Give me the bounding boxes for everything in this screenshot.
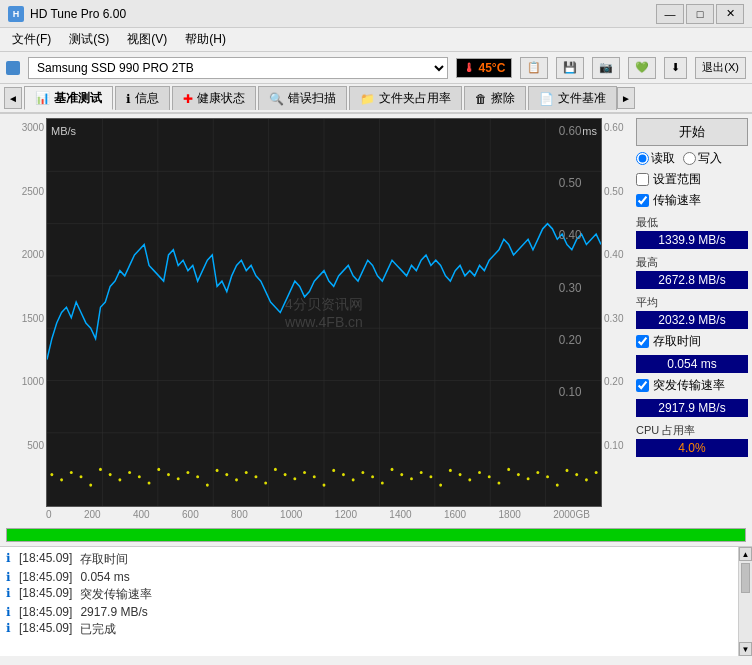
drive-selector[interactable]: Samsung SSD 990 PRO 2TB — [28, 57, 448, 79]
svg-point-26 — [157, 468, 160, 471]
exit-button[interactable]: 退出(X) — [695, 57, 746, 79]
max-stat: 最高 2672.8 MB/s — [636, 253, 748, 289]
scroll-down-button[interactable]: ▼ — [739, 642, 752, 656]
log-time-3: [18:45.09] — [19, 605, 72, 619]
svg-point-36 — [255, 475, 258, 478]
svg-point-54 — [429, 475, 432, 478]
drive-icon — [6, 61, 20, 75]
erase-tab-label: 擦除 — [491, 90, 515, 107]
svg-point-17 — [70, 471, 73, 474]
svg-point-58 — [468, 478, 471, 481]
cpu-stat: CPU 占用率 4.0% — [636, 421, 748, 457]
svg-point-60 — [488, 475, 491, 478]
svg-point-69 — [575, 473, 578, 476]
health-icon-btn[interactable]: 💚 — [628, 57, 656, 79]
benchmark-tab-icon: 📊 — [35, 91, 50, 105]
menu-test[interactable]: 测试(S) — [61, 29, 117, 50]
folder-tab-label: 文件夹占用率 — [379, 90, 451, 107]
access-time-checkbox[interactable] — [636, 335, 649, 348]
app-title: HD Tune Pro 6.00 — [30, 7, 126, 21]
set-range-label: 设置范围 — [653, 171, 701, 188]
menu-file[interactable]: 文件(F) — [4, 29, 59, 50]
menu-view[interactable]: 视图(V) — [119, 29, 175, 50]
read-radio[interactable]: 读取 — [636, 150, 675, 167]
svg-point-67 — [556, 484, 559, 487]
tab-benchmark[interactable]: 📊 基准测试 — [24, 86, 113, 110]
svg-point-57 — [459, 473, 462, 476]
tab-next-button[interactable]: ► — [617, 87, 635, 109]
svg-point-56 — [449, 469, 452, 472]
write-radio-input[interactable] — [683, 152, 696, 165]
close-button[interactable]: ✕ — [716, 4, 744, 24]
burst-rate-checkbox[interactable] — [636, 379, 649, 392]
log-text-2: 突发传输速率 — [80, 586, 152, 603]
minimize-button[interactable]: — — [656, 4, 684, 24]
svg-point-27 — [167, 473, 170, 476]
log-text-0: 存取时间 — [80, 551, 128, 568]
svg-point-39 — [284, 473, 287, 476]
scroll-track[interactable] — [739, 561, 752, 642]
chart-wrapper: 3000 2500 2000 1500 1000 500 MB/s ms 4分贝… — [4, 118, 632, 520]
scroll-thumb[interactable] — [741, 563, 750, 593]
tab-info[interactable]: ℹ 信息 — [115, 86, 170, 110]
avg-stat: 平均 2032.9 MB/s — [636, 293, 748, 329]
log-content: ℹ [18:45.09] 存取时间 ℹ [18:45.09] 0.054 ms … — [0, 547, 738, 656]
transfer-rate-checkbox[interactable] — [636, 194, 649, 207]
menu-bar: 文件(F) 测试(S) 视图(V) 帮助(H) — [0, 28, 752, 52]
access-time-label: 存取时间 — [653, 333, 701, 350]
log-icon-1: ℹ — [6, 570, 11, 584]
log-entry-4: ℹ [18:45.09] 已完成 — [6, 621, 732, 638]
svg-point-65 — [536, 471, 539, 474]
scroll-up-button[interactable]: ▲ — [739, 547, 752, 561]
svg-point-15 — [50, 473, 53, 476]
benchmark-icon-btn[interactable]: 📋 — [520, 57, 548, 79]
tab-prev-button[interactable]: ◄ — [4, 87, 22, 109]
menu-help[interactable]: 帮助(H) — [177, 29, 234, 50]
svg-point-41 — [303, 471, 306, 474]
min-stat: 最低 1339.9 MB/s — [636, 213, 748, 249]
y-axis-right: 0.60 0.50 0.40 0.30 0.20 0.10 — [602, 118, 632, 507]
svg-point-38 — [274, 468, 277, 471]
log-scrollbar: ▲ ▼ — [738, 547, 752, 656]
camera-icon-btn[interactable]: 📷 — [592, 57, 620, 79]
log-time-0: [18:45.09] — [19, 551, 72, 565]
access-time-row[interactable]: 存取时间 — [636, 333, 748, 350]
svg-point-21 — [109, 473, 112, 476]
log-text-3: 2917.9 MB/s — [80, 605, 147, 619]
info-tab-label: 信息 — [135, 90, 159, 107]
log-entry-0: ℹ [18:45.09] 存取时间 — [6, 551, 732, 568]
title-bar: H HD Tune Pro 6.00 — □ ✕ — [0, 0, 752, 28]
info-icon-btn[interactable]: 💾 — [556, 57, 584, 79]
log-icon-0: ℹ — [6, 551, 11, 565]
read-write-selector: 读取 写入 — [636, 150, 748, 167]
tab-file-benchmark[interactable]: 📄 文件基准 — [528, 86, 617, 110]
burst-rate-label: 突发传输速率 — [653, 377, 725, 394]
svg-text:0.60: 0.60 — [559, 123, 582, 138]
read-radio-input[interactable] — [636, 152, 649, 165]
svg-point-48 — [371, 475, 374, 478]
y-axis-left: 3000 2500 2000 1500 1000 500 — [4, 118, 46, 507]
tab-health[interactable]: ✚ 健康状态 — [172, 86, 256, 110]
set-range-checkbox[interactable] — [636, 173, 649, 186]
svg-point-19 — [89, 484, 92, 487]
health-tab-icon: ✚ — [183, 92, 193, 106]
set-range-row[interactable]: 设置范围 — [636, 171, 748, 188]
tab-folder[interactable]: 📁 文件夹占用率 — [349, 86, 462, 110]
tab-error-scan[interactable]: 🔍 错误扫描 — [258, 86, 347, 110]
transfer-rate-row[interactable]: 传输速率 — [636, 192, 748, 209]
tab-erase[interactable]: 🗑 擦除 — [464, 86, 526, 110]
svg-point-45 — [342, 473, 345, 476]
download-icon-btn[interactable]: ⬇ — [664, 57, 687, 79]
maximize-button[interactable]: □ — [686, 4, 714, 24]
svg-point-55 — [439, 484, 442, 487]
svg-point-40 — [293, 477, 296, 480]
log-icon-4: ℹ — [6, 621, 11, 635]
burst-rate-row[interactable]: 突发传输速率 — [636, 377, 748, 394]
svg-point-47 — [361, 471, 364, 474]
thermometer-icon: 🌡 — [463, 61, 475, 75]
drive-bar: Samsung SSD 990 PRO 2TB 🌡 45°C 📋 💾 📷 💚 ⬇… — [0, 52, 752, 84]
svg-point-32 — [216, 469, 219, 472]
write-label: 写入 — [698, 150, 722, 167]
write-radio[interactable]: 写入 — [683, 150, 722, 167]
start-button[interactable]: 开始 — [636, 118, 748, 146]
